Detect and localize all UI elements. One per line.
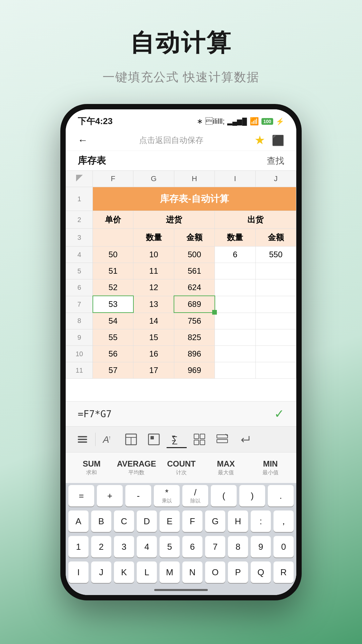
key-colon[interactable]: : [251,511,271,532]
key-comma[interactable]: ， [274,511,294,532]
cell-8-H[interactable]: 756 [174,313,215,329]
key-0[interactable]: 0 [274,536,294,557]
cell-7-H[interactable]: 689 [174,296,215,313]
key-D[interactable]: D [137,511,157,532]
func-sum[interactable]: SUM 求和 [71,457,112,479]
cell-6-J[interactable] [255,279,296,296]
col-header-J[interactable]: J [255,171,296,187]
cell-6-I[interactable] [215,279,255,296]
text-format-icon[interactable]: A↑ [98,431,118,448]
col-header-I[interactable]: I [215,171,255,187]
cell-5-G[interactable]: 11 [133,263,174,279]
key-lparen[interactable]: ( [211,485,237,506]
key-rparen[interactable]: ) [239,485,265,506]
key-6[interactable]: 6 [182,536,202,557]
cell-8-F[interactable]: 54 [93,313,133,329]
key-C[interactable]: C [114,511,134,532]
cell-7-G[interactable]: 13 [133,296,174,313]
star-button[interactable]: ★ [254,133,265,147]
cell-4-F[interactable]: 50 [93,247,133,263]
cell-3-G[interactable]: 数量 [133,229,174,247]
key-equals[interactable]: = [68,485,94,506]
cell-icon[interactable] [144,431,164,448]
cell-11-J[interactable] [255,362,296,379]
key-multiply[interactable]: * 乘以 [154,485,180,506]
cell-10-J[interactable] [255,346,296,362]
key-4[interactable]: 4 [137,536,157,557]
key-7[interactable]: 7 [205,536,225,557]
key-K[interactable]: K [114,561,134,583]
cell-5-H[interactable]: 561 [174,263,215,279]
cell-4-H[interactable]: 500 [174,247,215,263]
key-3[interactable]: 3 [114,536,134,557]
key-minus[interactable]: - [125,485,151,506]
collapse-icon[interactable] [72,431,93,448]
formula-icon[interactable]: ∑ [167,431,187,448]
row-icon[interactable] [212,431,232,448]
key-9[interactable]: 9 [251,536,271,557]
key-G[interactable]: G [205,511,225,532]
export-button[interactable]: ⬛ [272,135,284,146]
func-min[interactable]: MIN 最小值 [250,457,291,479]
col-header-G[interactable]: G [133,171,174,187]
key-N[interactable]: N [182,561,202,583]
key-J[interactable]: J [91,561,111,583]
cell-11-I[interactable] [215,362,255,379]
func-count[interactable]: COUNT 计次 [161,457,202,479]
cell-5-J[interactable] [255,263,296,279]
back-button[interactable]: ← [78,135,88,146]
cell-3-H[interactable]: 金额 [174,229,215,247]
key-F[interactable]: F [182,511,202,532]
key-Q[interactable]: Q [251,561,271,583]
find-button[interactable]: 查找 [267,155,284,167]
cell-10-F[interactable]: 56 [93,346,133,362]
cell-10-I[interactable] [215,346,255,362]
cell-8-I[interactable] [215,313,255,329]
key-L[interactable]: L [137,561,157,583]
col-header-F[interactable]: F [93,171,133,187]
cell-5-I[interactable] [215,263,255,279]
cell-2-GH[interactable]: 进货 [133,211,215,229]
cell-4-I[interactable]: 6 [215,247,255,263]
cell-9-F[interactable]: 55 [93,329,133,346]
key-1[interactable]: 1 [68,536,88,557]
key-M[interactable]: M [160,561,180,583]
cell-9-G[interactable]: 15 [133,329,174,346]
cell-11-G[interactable]: 17 [133,362,174,379]
key-E[interactable]: E [160,511,180,532]
key-2[interactable]: 2 [91,536,111,557]
grid-icon[interactable] [189,431,209,448]
cell-6-G[interactable]: 12 [133,279,174,296]
cell-3-I[interactable]: 数量 [215,229,255,247]
cell-3-F[interactable] [93,229,133,247]
key-dot[interactable]: . [268,485,294,506]
cell-6-H[interactable]: 624 [174,279,215,296]
func-average[interactable]: AVERAGE 平均数 [116,457,158,479]
key-H[interactable]: H [228,511,248,532]
key-I[interactable]: I [68,561,88,583]
table-icon[interactable] [121,431,141,448]
cell-5-F[interactable]: 51 [93,263,133,279]
cell-7-J[interactable] [255,296,296,313]
cell-9-J[interactable] [255,329,296,346]
key-5[interactable]: 5 [160,536,180,557]
func-max[interactable]: MAX 最大值 [205,457,246,479]
cell-11-F[interactable]: 57 [93,362,133,379]
key-R[interactable]: R [274,561,294,583]
cell-9-H[interactable]: 825 [174,329,215,346]
cell-7-I[interactable] [215,296,255,313]
cell-6-F[interactable]: 52 [93,279,133,296]
key-B[interactable]: B [91,511,111,532]
key-plus[interactable]: + [97,485,123,506]
key-O[interactable]: O [205,561,225,583]
formula-confirm-button[interactable]: ✓ [274,407,284,421]
key-divide[interactable]: / 除以 [182,485,208,506]
cell-2-F[interactable]: 单价 [93,211,133,229]
col-header-H[interactable]: H [174,171,215,187]
cell-11-H[interactable]: 969 [174,362,215,379]
cell-2-IJ[interactable]: 出货 [215,211,296,229]
cell-10-H[interactable]: 896 [174,346,215,362]
cell-3-J[interactable]: 金额 [255,229,296,247]
enter-icon[interactable] [235,431,255,448]
key-A[interactable]: A [68,511,88,532]
